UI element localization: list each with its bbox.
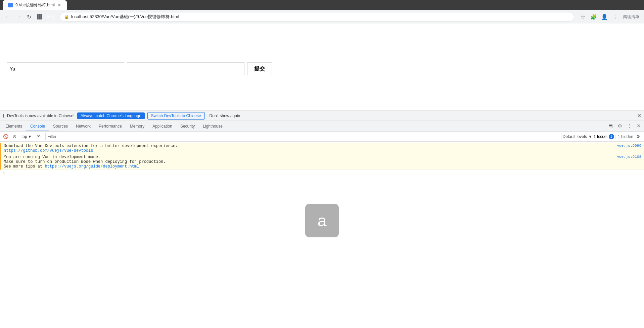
clear-console-button[interactable]: 🚫 (2, 133, 9, 140)
reading-mode-label: 阅读清单 (623, 14, 639, 20)
eye-icon-button[interactable]: 👁 (35, 133, 43, 140)
banner-text: DevTools is now available in Chinese! (7, 113, 75, 118)
hidden-count: | (615, 134, 616, 139)
tab-performance[interactable]: Performance (95, 122, 126, 131)
submit-button[interactable]: 提交 (247, 62, 272, 75)
filter-toggle-button[interactable]: ⊘ (11, 133, 18, 140)
hidden-count-label: 1 hidden (618, 134, 633, 139)
lock-icon: 🔒 (64, 14, 69, 19)
apps-label: 应用 (47, 14, 56, 20)
issues-label: 1 Issue: (594, 134, 608, 139)
devtools-tabs: Elements Console Sources Network Perform… (0, 121, 644, 132)
tab-elements[interactable]: Elements (1, 122, 26, 131)
vue-devtools-link[interactable]: https://github.com/vuejs/vue-devtools (4, 148, 93, 153)
svg-rect-5 (41, 16, 42, 18)
address-text: localhost:52330/Vue/Vue基础(一)/9.Vue按键修饰符.… (71, 14, 570, 20)
svg-rect-1 (39, 14, 41, 16)
console-prompt[interactable]: › (0, 170, 644, 177)
tab-security[interactable]: Security (176, 122, 199, 131)
svg-rect-8 (41, 18, 42, 19)
bookmark-icon[interactable]: ☆ (578, 12, 588, 21)
switch-to-chinese-button[interactable]: Switch DevTools to Chinese (147, 112, 205, 120)
first-input[interactable] (7, 62, 124, 75)
extensions-icon[interactable]: 🧩 (589, 12, 598, 21)
svg-rect-2 (41, 14, 42, 16)
banner-close-button[interactable]: ✕ (637, 112, 641, 119)
browser-chrome: 9.Vue按键修饰符.html ✕ ← → ↻ 应用 🔒 localhost: (0, 0, 644, 24)
toolbar-icons: ☆ 🧩 👤 ⋮ 阅读清单 (578, 12, 641, 21)
issues-count-badge: 1 (609, 134, 614, 139)
default-levels-dropdown[interactable]: Default levels ▼ (563, 134, 592, 139)
context-label: top (21, 134, 27, 139)
forward-button[interactable]: → (13, 12, 23, 21)
prompt-chevron-icon: › (3, 171, 5, 176)
tab-network[interactable]: Network (72, 122, 95, 131)
issues-badge[interactable]: 1 Issue: 1 (594, 134, 614, 139)
tab-application[interactable]: Application (148, 122, 176, 131)
reading-mode-button[interactable]: 阅读清单 (621, 13, 641, 20)
back-button[interactable]: ← (3, 12, 12, 21)
filter-input[interactable] (45, 133, 561, 140)
default-levels-chevron-icon: ▼ (588, 134, 592, 139)
tab-close-button[interactable]: ✕ (57, 2, 61, 8)
vue-form: 提交 (7, 34, 272, 104)
console-settings-icon[interactable]: ⚙ (635, 133, 642, 140)
devtools-banner: ℹ DevTools is now available in Chinese! … (0, 111, 644, 121)
devtools-dock-icon[interactable]: ⬒ (606, 122, 614, 130)
char-display: a (305, 204, 339, 237)
deployment-link[interactable]: https://vuejs.org/guide/deployment.html (45, 164, 139, 169)
browser-tab[interactable]: 9.Vue按键修饰符.html ✕ (3, 0, 67, 10)
console-message-2-text: You are running Vue in development mode.… (4, 155, 617, 169)
console-message-1-text: Download the Vue Devtools extension for … (4, 144, 617, 153)
reload-button[interactable]: ↻ (24, 12, 34, 21)
tab-lighthouse[interactable]: Lighthouse (199, 122, 227, 131)
devtools-settings-icon[interactable]: ⚙ (616, 122, 624, 130)
svg-rect-7 (39, 18, 41, 19)
info-icon: ℹ (3, 113, 4, 119)
address-bar[interactable]: 🔒 localhost:52330/Vue/Vue基础(一)/9.Vue按键修饰… (60, 12, 574, 21)
console-message-1: Download the Vue Devtools extension for … (0, 143, 644, 154)
tab-favicon (8, 3, 13, 7)
console-toolbar: 🚫 ⊘ top ▼ 👁 Default levels ▼ 1 Issue: 1 … (0, 132, 644, 142)
svg-rect-6 (37, 18, 39, 19)
context-dropdown[interactable]: top ▼ (19, 134, 34, 140)
page-content: 提交 (0, 24, 644, 111)
console-message-2: You are running Vue in development mode.… (0, 154, 644, 170)
second-input[interactable] (127, 62, 244, 75)
menu-icon[interactable]: ⋮ (610, 12, 620, 21)
devtools-tab-icons: ⬒ ⚙ ⋮ ✕ (606, 122, 643, 131)
tab-sources[interactable]: Sources (49, 122, 72, 131)
svg-rect-4 (39, 16, 41, 18)
tab-memory[interactable]: Memory (126, 122, 148, 131)
title-bar: 9.Vue按键修饰符.html ✕ (0, 0, 644, 10)
svg-rect-3 (37, 16, 39, 18)
console-message-1-file[interactable]: vue.js:9099 (617, 144, 641, 148)
default-levels-label: Default levels (563, 134, 587, 139)
profile-icon[interactable]: 👤 (600, 12, 609, 21)
devtools-close-icon[interactable]: ✕ (635, 122, 643, 130)
always-match-language-button[interactable]: Always match Chrome's language (77, 112, 145, 119)
devtools-more-icon[interactable]: ⋮ (625, 122, 633, 130)
tab-console[interactable]: Console (26, 122, 49, 131)
nav-bar: ← → ↻ 应用 🔒 localhost:52330/Vue/Vue基础(一)/… (0, 10, 644, 24)
chevron-down-icon: ▼ (28, 134, 32, 139)
svg-rect-0 (37, 14, 39, 16)
dont-show-again-button[interactable]: Don't show again (208, 112, 242, 119)
tab-title: 9.Vue按键修饰符.html (15, 2, 55, 8)
char-display-text: a (318, 212, 327, 230)
apps-icon[interactable] (35, 12, 44, 21)
console-message-2-file[interactable]: vue.js:9108 (617, 155, 641, 159)
